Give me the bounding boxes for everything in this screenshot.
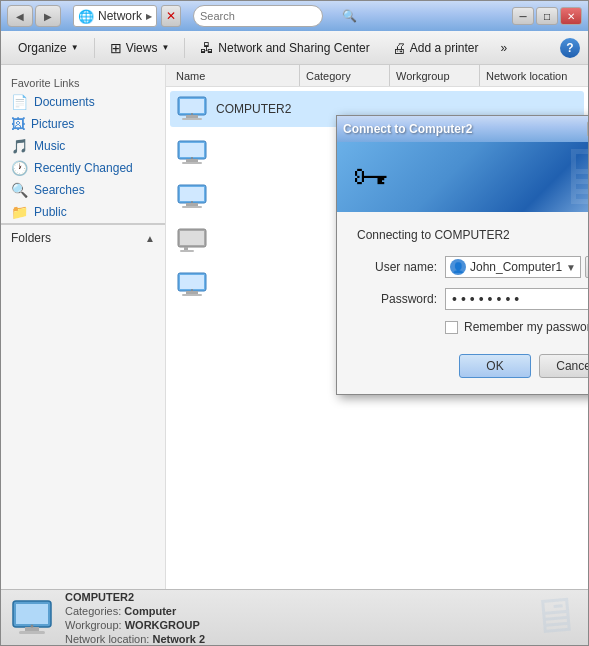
nav-buttons: ◀ ▶	[7, 5, 61, 27]
sidebar-item-pictures[interactable]: 🖼 Pictures	[1, 113, 165, 135]
svg-rect-16	[180, 231, 204, 245]
svg-rect-3	[182, 118, 202, 120]
dialog-title-bar: Connect to Computer2 ? ✕	[337, 116, 588, 142]
refresh-button[interactable]: ✕	[161, 5, 181, 27]
help-button[interactable]: ?	[560, 38, 580, 58]
file-name: COMPUTER2	[216, 102, 291, 116]
svg-point-28	[31, 624, 34, 627]
folders-button[interactable]: Folders ▲	[1, 224, 165, 251]
svg-rect-20	[180, 275, 204, 289]
sidebar-section-title: Favorite Links	[1, 73, 165, 91]
window-controls: ─ □ ✕	[512, 7, 582, 25]
netloc-value: Network 2	[152, 633, 205, 645]
svg-rect-22	[182, 294, 202, 296]
computer-icon	[176, 271, 208, 299]
sidebar: Favorite Links 📄 Documents 🖼 Pictures 🎵 …	[1, 65, 166, 589]
dialog-help-button[interactable]: ?	[587, 121, 588, 137]
sidebar-item-documents[interactable]: 📄 Documents	[1, 91, 165, 113]
remember-checkbox[interactable]	[445, 321, 458, 334]
banner-watermark: 🖥	[551, 142, 588, 212]
status-computer-icon	[11, 597, 53, 639]
sidebar-item-searches[interactable]: 🔍 Searches	[1, 179, 165, 201]
address-text: Network	[98, 9, 142, 23]
svg-rect-8	[182, 162, 202, 164]
username-browse-button[interactable]: ...	[585, 256, 588, 278]
address-dropdown-icon: ▶	[146, 12, 152, 21]
recently-changed-icon: 🕐	[11, 160, 28, 176]
status-name: COMPUTER2	[65, 591, 205, 603]
password-dots: ••••••••	[452, 291, 523, 307]
username-select[interactable]: 👤 John_Computer1 ▼	[445, 256, 581, 278]
searches-icon: 🔍	[11, 182, 28, 198]
status-bar: COMPUTER2 Categories: Computer Workgroup…	[1, 589, 588, 645]
connect-dialog: Connect to Computer2 ? ✕ 🗝 🖥	[336, 115, 588, 395]
username-dropdown-icon: ▼	[566, 262, 576, 273]
svg-rect-27	[19, 631, 45, 634]
sidebar-item-label-searches: Searches	[34, 183, 85, 197]
computer-icon	[176, 139, 208, 167]
status-workgroup-line: Workgroup: WORKGROUP	[65, 619, 205, 631]
computer-icon	[176, 183, 208, 211]
dialog-footer: OK Cancel	[357, 350, 588, 378]
sidebar-item-public[interactable]: 📁 Public	[1, 201, 165, 223]
keys-icon: 🗝	[353, 156, 389, 198]
dialog-title: Connect to Computer2	[343, 122, 472, 136]
password-row: Password: ••••••••	[357, 288, 588, 310]
organize-label: Organize	[18, 41, 67, 55]
network-sharing-button[interactable]: 🖧 Network and Sharing Center	[191, 36, 378, 60]
main-window: ◀ ▶ 🌐 Network ▶ ✕ 🔍 ─ □ ✕ Or	[0, 0, 589, 646]
organize-dropdown-icon: ▼	[71, 43, 79, 52]
svg-rect-12	[186, 203, 198, 206]
username-value: John_Computer1	[470, 260, 562, 274]
search-box: 🔍	[193, 5, 323, 27]
svg-point-14	[191, 201, 193, 203]
maximize-button[interactable]: □	[536, 7, 558, 25]
cancel-button[interactable]: Cancel	[539, 354, 588, 378]
svg-rect-18	[180, 250, 194, 252]
password-input[interactable]: ••••••••	[445, 288, 588, 310]
computer-icon	[176, 95, 208, 123]
add-printer-label: Add a printer	[410, 41, 479, 55]
dialog-title-controls: ? ✕	[587, 121, 588, 137]
minimize-button[interactable]: ─	[512, 7, 534, 25]
remember-label: Remember my password	[464, 320, 588, 334]
network-icon: 🌐	[78, 9, 94, 24]
add-printer-button[interactable]: 🖨 Add a printer	[383, 36, 488, 60]
sidebar-item-label-music: Music	[34, 139, 65, 153]
svg-rect-25	[16, 604, 48, 624]
more-button[interactable]: »	[491, 37, 516, 59]
status-netloc-line: Network location: Network 2	[65, 633, 205, 645]
back-button[interactable]: ◀	[7, 5, 33, 27]
title-bar: ◀ ▶ 🌐 Network ▶ ✕ 🔍 ─ □ ✕	[1, 1, 588, 31]
sidebar-item-label-recently-changed: Recently Changed	[34, 161, 133, 175]
svg-point-4	[191, 113, 193, 115]
folders-label: Folders	[11, 231, 51, 245]
username-row: User name: 👤 John_Computer1 ▼ ...	[357, 256, 588, 278]
dialog-subtitle: Connecting to COMPUTER2	[357, 228, 588, 242]
username-input-wrapper: 👤 John_Computer1 ▼ ...	[445, 256, 588, 278]
column-workgroup[interactable]: Workgroup	[390, 65, 480, 86]
status-item-name: COMPUTER2	[65, 591, 134, 603]
workgroup-label: Workgroup:	[65, 619, 122, 631]
sidebar-item-label-documents: Documents	[34, 95, 95, 109]
organize-button[interactable]: Organize ▼	[9, 37, 88, 59]
search-input[interactable]	[200, 10, 338, 22]
svg-point-9	[191, 157, 193, 159]
column-name[interactable]: Name	[170, 65, 300, 86]
folders-chevron-icon: ▲	[145, 233, 155, 244]
views-button[interactable]: ⊞ Views ▼	[101, 36, 179, 60]
search-icon[interactable]: 🔍	[342, 9, 357, 23]
ok-button[interactable]: OK	[459, 354, 531, 378]
public-icon: 📁	[11, 204, 28, 220]
netloc-label: Network location:	[65, 633, 149, 645]
sidebar-item-recently-changed[interactable]: 🕐 Recently Changed	[1, 157, 165, 179]
forward-button[interactable]: ▶	[35, 5, 61, 27]
views-dropdown-icon: ▼	[161, 43, 169, 52]
column-category[interactable]: Category	[300, 65, 390, 86]
column-network-location[interactable]: Network location	[480, 65, 584, 86]
close-button[interactable]: ✕	[560, 7, 582, 25]
sidebar-item-music[interactable]: 🎵 Music	[1, 135, 165, 157]
toolbar: Organize ▼ ⊞ Views ▼ 🖧 Network and Shari…	[1, 31, 588, 65]
address-box[interactable]: 🌐 Network ▶	[73, 5, 157, 27]
views-label: Views	[126, 41, 158, 55]
